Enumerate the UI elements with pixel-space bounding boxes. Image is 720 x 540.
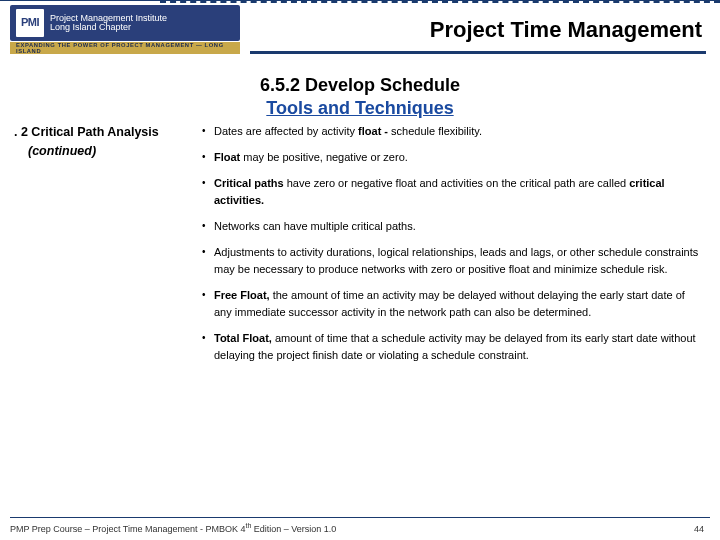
topic-continued: (continued) [14, 142, 192, 161]
list-item: Networks can have multiple critical path… [202, 218, 702, 235]
pmi-logo: PMI Project Management Institute Long Is… [10, 5, 240, 41]
footer-text: PMP Prep Course – Project Time Managemen… [10, 522, 336, 534]
section-number: 6.5.2 Develop Schedule [0, 74, 720, 97]
list-item: Adjustments to activity durations, logic… [202, 244, 702, 278]
topic-heading: . 2 Critical Path Analysis [14, 125, 159, 139]
logo-tagline: Expanding the Power of Project Managemen… [10, 42, 240, 54]
section-subtitle: Tools and Techniques [0, 97, 720, 120]
pmi-logo-mark: PMI [16, 9, 44, 37]
list-item: Free Float, the amount of time an activi… [202, 287, 702, 321]
list-item: Float may be positive, negative or zero. [202, 149, 702, 166]
logo-line2: Long Island Chapter [50, 23, 167, 32]
list-item: Critical paths have zero or negative flo… [202, 175, 702, 209]
page-title: Project Time Management [430, 17, 702, 43]
page-number: 44 [694, 524, 704, 534]
title-underline [250, 51, 706, 54]
bullet-list: Dates are affected by activity float - s… [202, 123, 702, 365]
list-item: Dates are affected by activity float - s… [202, 123, 702, 140]
footer-divider [10, 517, 710, 518]
list-item: Total Float, amount of time that a sched… [202, 330, 702, 364]
